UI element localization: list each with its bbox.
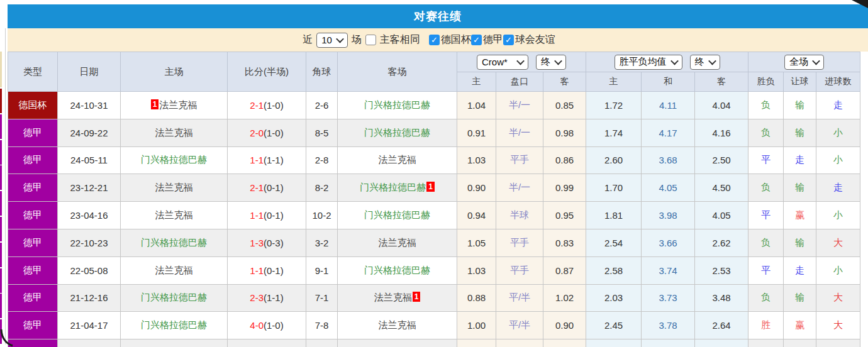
score-halftime: (0-1)	[264, 265, 284, 276]
team-name: 法兰克福	[155, 127, 193, 138]
result-goals: 走	[816, 174, 860, 202]
match-row: 德甲 23-12-21 法兰克福 2-1(0-1) 8-2 门兴格拉德巴赫1 0…	[8, 174, 860, 202]
result-wdl: 平	[748, 202, 784, 229]
score-cell: 2-1(0-1)	[228, 174, 306, 202]
red-card-badge: 1	[151, 99, 159, 109]
col-header-score: 比分(半场)	[228, 52, 306, 92]
cropped-row-sliver	[0, 114, 2, 139]
page-title: 对赛往绩	[414, 9, 462, 24]
cropped-row-sliver	[0, 191, 2, 216]
corner-cell: 9-1	[306, 256, 338, 284]
avg-home-odds: 2.45	[586, 312, 642, 339]
avg-draw-odds: 3.98	[642, 202, 695, 229]
corner-cell: 10-2	[306, 202, 338, 229]
crow-away-odds: 0.90	[543, 312, 586, 339]
bookmaker-select[interactable]: Crow*	[477, 55, 528, 70]
corner-cell: 7-1	[306, 284, 338, 312]
score-halftime: (0-1)	[264, 182, 284, 193]
cup-checkbox[interactable]: ✓	[429, 35, 440, 45]
avg-away-odds: 2.62	[695, 229, 748, 256]
match-date: 24-09-22	[58, 119, 121, 146]
match-row: 德甲 24-09-22 法兰克福 2-0(1-0) 8-5 门兴格拉德巴赫 0.…	[8, 119, 860, 146]
col-header-date: 日期	[58, 52, 121, 92]
cropped-row-sliver	[0, 89, 2, 113]
team-name: 法兰克福	[374, 292, 412, 302]
result-goals: 走	[816, 92, 860, 119]
sub-header-avg-home: 主	[586, 72, 642, 92]
team-name: 门兴格拉德巴赫	[141, 319, 207, 330]
wdl-avg-select[interactable]: 胜平负均值	[615, 55, 682, 70]
score-cell: 3-3(3-1)	[228, 339, 306, 347]
sub-header-handicap: 盘口	[496, 72, 543, 92]
avg-home-odds: 1.81	[586, 202, 642, 229]
crow-away-odds: 0.87	[543, 256, 586, 284]
team-name: 门兴格拉德巴赫	[141, 292, 207, 302]
home-team-cell: 1法兰克福	[121, 339, 228, 347]
match-date: 24-10-31	[58, 92, 121, 119]
col-header-type: 类型	[8, 52, 58, 92]
result-handicap: 输	[784, 92, 816, 119]
match-count-select[interactable]: 10	[316, 33, 348, 48]
result-handicap: 输	[784, 174, 816, 202]
away-team-cell: 门兴格拉德巴赫	[338, 339, 457, 347]
result-wdl: 胜	[748, 312, 784, 339]
same-venue-checkbox[interactable]	[365, 35, 376, 45]
scope-select[interactable]: 全场	[784, 55, 824, 70]
match-type: 德国杯	[8, 92, 58, 119]
result-wdl: 负	[748, 174, 784, 202]
match-date: 23-04-16	[58, 202, 121, 229]
team-name: 门兴格拉德巴赫	[141, 154, 207, 165]
head-to-head-table: 类型 日期 主场 比分(半场) 角球 客场 Crow* 终	[8, 52, 860, 347]
crow-home-odds: 0.94	[457, 202, 496, 229]
crow-home-odds: 1.05	[457, 229, 496, 256]
league-checkbox[interactable]: ✓	[471, 35, 482, 45]
competition-filter-cup[interactable]: ✓ 德国杯	[429, 33, 471, 47]
cropped-row-sliver	[0, 52, 2, 87]
crow-handicap: 平/半	[496, 312, 543, 339]
red-card-badge: 1	[413, 292, 421, 302]
avg-away-odds: 3.48	[695, 284, 748, 312]
wdl-time-select[interactable]: 终	[690, 55, 720, 70]
result-wdl: 负	[748, 284, 784, 312]
avg-home-odds: 2.54	[586, 229, 642, 256]
col-header-away: 客场	[338, 52, 457, 92]
team-name: 法兰克福	[159, 99, 197, 110]
score-cell: 4-0(1-0)	[228, 312, 306, 339]
avg-home-odds: 1.70	[586, 174, 642, 202]
avg-away-odds: 2.50	[695, 339, 748, 347]
team-name: 门兴格拉德巴赫	[364, 99, 430, 110]
crow-home-odds: 1.04	[457, 339, 496, 347]
competition-filter-league[interactable]: ✓ 德甲	[471, 33, 503, 47]
chevron-down-icon	[554, 57, 562, 65]
crow-handicap: 半/一	[496, 92, 543, 119]
crow-home-odds: 0.88	[457, 284, 496, 312]
crow-home-odds: 0.90	[457, 174, 496, 202]
sub-header-avg-away: 客	[695, 72, 748, 92]
result-handicap: 走	[784, 339, 816, 347]
match-row: 德甲 22-10-23 门兴格拉德巴赫 1-3(0-3) 3-2 法兰克福 1.…	[8, 229, 860, 256]
cropped-row-sliver	[0, 294, 2, 318]
match-date: 22-10-23	[58, 229, 121, 256]
crow-home-odds: 1.04	[457, 92, 496, 119]
cropped-row-sliver	[0, 268, 2, 293]
same-venue-label: 主客相同	[380, 33, 420, 47]
chevron-down-icon	[336, 35, 344, 43]
sub-header-avg-draw: 和	[642, 72, 695, 92]
friendly-checkbox[interactable]: ✓	[503, 35, 514, 45]
home-team-cell: 门兴格拉德巴赫	[121, 146, 228, 174]
team-name: 法兰克福	[379, 237, 416, 248]
score-fulltime: 1-1	[250, 265, 264, 276]
crow-handicap: 半/一	[496, 174, 543, 202]
match-row: 德甲 20-12-16 1法兰克福 3-3(3-1) 4-5 门兴格拉德巴赫 1…	[8, 339, 860, 347]
friendly-label: 球会友谊	[515, 33, 555, 47]
competition-filter-friendly[interactable]: ✓ 球会友谊	[503, 33, 555, 47]
score-fulltime: 2-0	[250, 128, 264, 138]
result-handicap: 走	[784, 146, 816, 174]
match-date: 22-05-08	[58, 256, 121, 284]
home-team-cell: 门兴格拉德巴赫	[121, 229, 228, 256]
avg-away-odds: 2.64	[695, 312, 748, 339]
avg-draw-odds: 4.11	[642, 92, 695, 119]
odds-time-select[interactable]: 终	[536, 55, 566, 70]
crow-away-odds: 0.95	[543, 202, 586, 229]
result-goals: 大	[816, 312, 860, 339]
